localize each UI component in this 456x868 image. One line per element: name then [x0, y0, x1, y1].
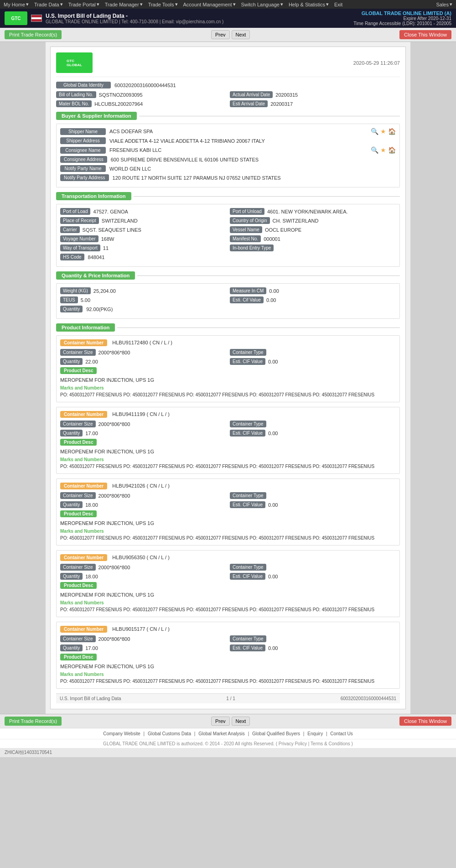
print-button[interactable]: Print Trade Record(s) — [5, 30, 62, 39]
bottom-next-button[interactable]: Next — [232, 717, 250, 726]
weight-label: Weight (KG) — [60, 287, 91, 294]
close-button[interactable]: Close This Window — [399, 30, 451, 39]
footer-link-global-qualified[interactable]: Global Qualified Buyers — [252, 731, 300, 736]
notify-party-name-label: Notify Party Name — [60, 165, 106, 172]
consignee-star-icon[interactable]: ★ — [380, 146, 386, 154]
container-2-desc-label: Product Desc — [60, 439, 97, 446]
container-4-size-value: 2000*806*800 — [98, 565, 226, 570]
container-4-type-col: Container Type — [230, 564, 396, 571]
container-4-size-type-row: Container Size 2000*806*800 Container Ty… — [60, 564, 396, 571]
nav-switch-language[interactable]: Switch Language ▾ — [241, 1, 283, 7]
notify-party-address-row: Notify Party Address 120 ROUTE 17 NORTH … — [60, 174, 396, 181]
teus-cif-row: TEUS 5.00 Esti. Cif Value 0.00 — [60, 296, 396, 303]
global-id-value: 6003202003160000444531 — [114, 83, 176, 88]
port-load-label: Port of Load — [60, 208, 90, 215]
next-button[interactable]: Next — [232, 30, 250, 39]
nav-exit[interactable]: Exit — [334, 2, 342, 7]
country-origin-col: Country of Origin CH. SWITZERLAND — [230, 217, 396, 224]
record-footer-id: 6003202003160000444531 — [341, 696, 396, 701]
record-footer: U.S. Import Bill of Lading Data 1 / 1 60… — [56, 693, 400, 703]
transport-bond-row: Way of Transport 11 In-bond Entry Type — [60, 244, 396, 251]
footer-divider-1: | — [144, 731, 146, 736]
port-unload-label: Port of Unload — [230, 208, 264, 215]
hs-code-row: HS Code 848041 — [60, 254, 396, 260]
container-1-qty-label: Quantity — [60, 358, 83, 365]
container-5-qty-label: Quantity — [60, 645, 83, 651]
way-transport-label: Way of Transport — [60, 244, 100, 251]
container-1-qty-cif-row: Quantity 22.00 Esti. CIF Value 0.00 — [60, 358, 396, 365]
container-5-size-col: Container Size 2000*806*800 — [60, 635, 226, 642]
footer-link-global-customs[interactable]: Global Customs Data — [148, 731, 191, 736]
footer-link-global-market[interactable]: Global Market Analysis — [198, 731, 245, 736]
footer-divider-4: | — [303, 731, 306, 736]
company-logo: GTC — [5, 11, 27, 25]
bottom-toolbar: Print Trade Record(s) Prev Next Close Th… — [0, 714, 456, 728]
container-1-qty-value: 22.00 — [85, 359, 226, 364]
consignee-name-value: FRESENIUS KABI LLC — [109, 147, 363, 153]
container-2-number: HLBU9411199 ( CN / L / ) — [112, 411, 170, 417]
hs-code-label: HS Code — [60, 254, 84, 260]
home-icon[interactable]: 🏠 — [388, 128, 396, 135]
container-1-number-label: Container Number — [60, 339, 107, 346]
container-2-cif-label: Esti. CIF Value — [230, 430, 265, 437]
container-1-type-label: Container Type — [230, 349, 266, 356]
nav-my-home[interactable]: My Home ▾ — [4, 1, 29, 7]
place-receipt-value: SWITZERLAND — [102, 218, 226, 223]
port-load-value: 47527. GENOA — [93, 209, 226, 214]
container-3-size-type-row: Container Size 2000*806*800 Container Ty… — [60, 492, 396, 499]
country-origin-label: Country of Origin — [230, 217, 270, 224]
quantity-label: Quantity — [60, 306, 83, 312]
footer-link-enquiry[interactable]: Enquiry — [307, 731, 323, 736]
container-4-qty-col: Quantity 18.00 — [60, 573, 226, 580]
nav-account-management-arrow: ▾ — [233, 1, 236, 7]
transportation-section-header: Transportation Information — [56, 192, 400, 200]
container-5-size-value: 2000*806*800 — [98, 636, 226, 642]
bottom-pagination-group: Prev Next — [211, 717, 250, 726]
nav-trade-portal[interactable]: Trade Portal ▾ — [68, 1, 99, 7]
footer-divider-5: | — [326, 731, 328, 736]
container-3-number: HLBU9421026 ( CN / L / ) — [112, 483, 170, 489]
container-1-qty-col: Quantity 22.00 — [60, 358, 226, 365]
nav-trade-tools-arrow: ▾ — [175, 1, 178, 7]
star-icon[interactable]: ★ — [380, 128, 386, 135]
buyer-supplier-title: Buyer & Supplier Information — [56, 112, 137, 120]
bottom-print-button[interactable]: Print Trade Record(s) — [5, 717, 62, 726]
bottom-prev-button[interactable]: Prev — [211, 717, 230, 726]
country-flag — [31, 15, 42, 22]
nav-trade-tools[interactable]: Trade Tools ▾ — [148, 1, 178, 7]
prev-button[interactable]: Prev — [211, 30, 230, 39]
shipper-name-value: ACS DOEFAR SPA — [109, 129, 363, 134]
container-2-number-label: Container Number — [60, 411, 107, 418]
container-5-size-label: Container Size — [60, 635, 96, 642]
container-3-marks-label: Marks and Numbers — [60, 529, 396, 534]
nav-trade-manager[interactable]: Trade Manager ▾ — [105, 1, 143, 7]
way-transport-col: Way of Transport 11 — [60, 244, 226, 251]
consignee-address-value: 600 SUPREME DRIVE BENSENVILLE IL 60106 U… — [111, 157, 396, 162]
card-logo-text: GTCGLOBAL — [67, 59, 82, 67]
carrier-value: SQST. SEAQUEST LINES — [83, 227, 226, 233]
measure-label: Measure In CM — [230, 287, 266, 294]
nav-trade-manager-arrow: ▾ — [140, 1, 143, 7]
container-3-size-value: 2000*806*800 — [98, 493, 226, 499]
consignee-search-icon[interactable]: 🔍 — [371, 146, 378, 154]
bottom-close-button[interactable]: Close This Window — [399, 717, 451, 726]
footer-link-company-website[interactable]: Company Website — [103, 731, 140, 736]
container-4: Container Number HLBU9056350 ( CN / L / … — [56, 550, 400, 617]
nav-help-statistics-arrow: ▾ — [326, 1, 329, 7]
consignee-home-icon[interactable]: 🏠 — [388, 146, 396, 154]
voyage-label: Voyage Number — [60, 235, 98, 242]
nav-trade-data[interactable]: Trade Data ▾ — [34, 1, 63, 7]
nav-help-statistics[interactable]: Help & Statistics ▾ — [289, 1, 329, 7]
container-4-qty-label: Quantity — [60, 573, 83, 580]
container-1-number: HLBU91172480 ( CN / L / ) — [112, 340, 172, 345]
product-info-title: Product Information — [56, 323, 115, 332]
nav-exit-label: Exit — [334, 2, 342, 7]
footer-link-contact-us[interactable]: Contact Us — [330, 731, 352, 736]
search-icon[interactable]: 🔍 — [371, 128, 378, 135]
consignee-name-row: Consignee Name FRESENIUS KABI LLC 🔍 ★ 🏠 — [60, 146, 396, 154]
nav-sales[interactable]: Sales ▾ — [436, 1, 452, 7]
nav-account-management[interactable]: Account Management ▾ — [183, 1, 236, 7]
esti-arrival-label: Esti Arrival Date — [230, 100, 268, 107]
container-3-qty-cif-row: Quantity 18.00 Esti. CIF Value 0.00 — [60, 501, 396, 508]
nav-trade-portal-label: Trade Portal — [68, 2, 96, 7]
